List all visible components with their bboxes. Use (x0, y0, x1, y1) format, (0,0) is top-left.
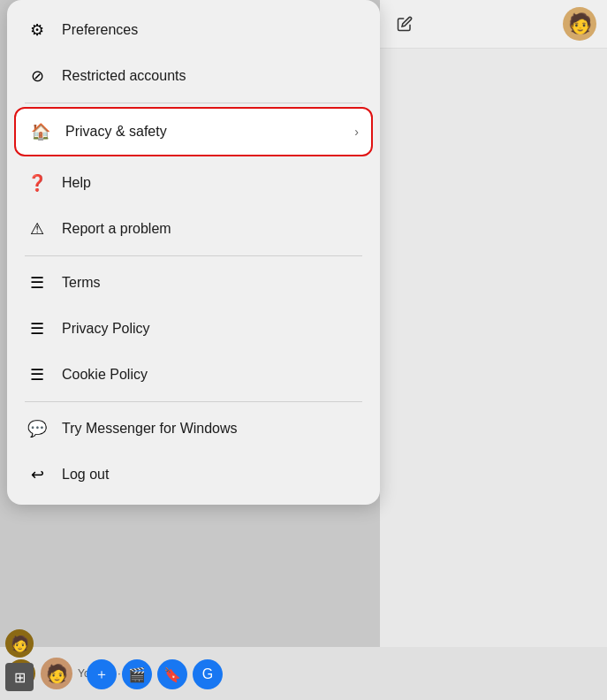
avatar-icon: 🧑 (563, 7, 596, 41)
bottom-action-icons: ＋ 🎬 🔖 G (87, 659, 223, 689)
menu-item-label-report-problem: Report a problem (62, 221, 362, 237)
menu-divider (25, 401, 362, 402)
menu-item-restricted-accounts[interactable]: ⊘Restricted accounts (7, 53, 380, 99)
menu-item-label-cookie-policy: Cookie Policy (62, 367, 362, 383)
menu-item-label-privacy-policy: Privacy Policy (62, 321, 362, 337)
chat-avatar: 🧑 (41, 658, 72, 689)
chevron-right-icon: › (354, 125, 359, 139)
extra-icon[interactable]: G (193, 659, 223, 689)
restricted-icon: ⊘ (25, 64, 49, 88)
menu-item-label-privacy-safety: Privacy & safety (65, 124, 342, 140)
edit-icon (391, 10, 419, 38)
menu-item-label-preferences: Preferences (62, 22, 362, 38)
menu-item-label-restricted-accounts: Restricted accounts (62, 68, 362, 84)
help-icon: ❓ (25, 171, 49, 195)
terms-icon: ☰ (25, 362, 49, 387)
background-top-bar: 🧑 (380, 0, 607, 49)
dropdown-menu: ⚙Preferences⊘Restricted accounts🏠Privacy… (7, 0, 380, 505)
menu-divider (25, 103, 362, 103)
menu-item-cookie-policy[interactable]: ☰Cookie Policy (7, 352, 380, 398)
layout-icon: ⊞ (5, 663, 34, 691)
messenger-icon: 💬 (25, 416, 49, 441)
terms-icon: ☰ (25, 316, 49, 341)
user-avatar-small: 🧑 (5, 629, 34, 658)
menu-item-label-help: Help (62, 175, 362, 191)
logout-icon: ↩ (25, 462, 49, 487)
media-icon[interactable]: 🎬 (122, 659, 152, 689)
privacy-icon: 🏠 (28, 119, 53, 144)
menu-item-label-terms: Terms (62, 275, 362, 291)
terms-icon: ☰ (25, 270, 49, 295)
sidebar-icons: 🧑 ⊞ (5, 629, 34, 691)
background-right-panel (380, 0, 607, 700)
add-icon[interactable]: ＋ (87, 659, 117, 689)
tag-icon[interactable]: 🔖 (157, 659, 187, 689)
menu-item-privacy-policy[interactable]: ☰Privacy Policy (7, 306, 380, 352)
report-icon: ⚠ (25, 217, 49, 241)
menu-item-privacy-safety[interactable]: 🏠Privacy & safety› (14, 107, 373, 156)
menu-item-preferences[interactable]: ⚙Preferences (7, 7, 380, 53)
menu-item-try-messenger[interactable]: 💬Try Messenger for Windows (7, 406, 380, 452)
gear-icon: ⚙ (25, 18, 49, 42)
menu-divider (25, 255, 362, 256)
menu-item-report-problem[interactable]: ⚠Report a problem (7, 206, 380, 252)
menu-item-label-try-messenger: Try Messenger for Windows (62, 421, 362, 437)
menu-item-logout[interactable]: ↩Log out (7, 452, 380, 498)
menu-item-label-logout: Log out (62, 467, 362, 483)
menu-item-terms[interactable]: ☰Terms (7, 260, 380, 306)
menu-item-help[interactable]: ❓Help (7, 160, 380, 206)
